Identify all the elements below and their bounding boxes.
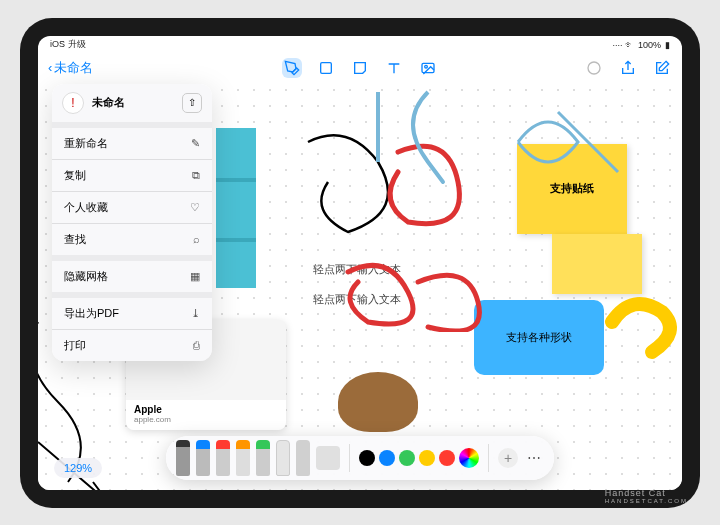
menu-item-export-pdf[interactable]: 导出为PDF⤓ — [52, 298, 212, 329]
svg-point-2 — [425, 65, 428, 68]
zoom-level-button[interactable]: 129% — [54, 458, 102, 478]
share-button[interactable] — [618, 58, 638, 78]
bamboo-image[interactable] — [216, 128, 256, 288]
menu-item-rename[interactable]: 重新命名✎ — [52, 128, 212, 159]
sticky-note-yellow-2[interactable] — [552, 234, 642, 294]
rounded-rect-shape[interactable]: 支持各种形状 — [474, 300, 604, 375]
grid-icon: ▦ — [190, 270, 200, 283]
media-tool-button[interactable] — [418, 58, 438, 78]
color-swatches — [359, 448, 479, 468]
copy-icon: ⧉ — [192, 169, 200, 182]
text-placeholder-1[interactable]: 轻点两下输入文本 — [313, 262, 401, 277]
search-icon: ⌕ — [193, 233, 200, 245]
pencil-tool[interactable] — [256, 440, 270, 476]
add-tool-button[interactable]: + — [498, 448, 518, 468]
status-bar: iOS 升级 ···· ᯤ 100% ▮ — [38, 36, 682, 54]
sticky-note-yellow[interactable]: 支持贴纸 — [517, 144, 627, 234]
menu-item-find[interactable]: 查找⌕ — [52, 224, 212, 255]
swatch-black[interactable] — [359, 450, 375, 466]
drawing-tool-tray: + ⋯ — [166, 436, 554, 480]
menu-item-favorite[interactable]: 个人收藏♡ — [52, 192, 212, 223]
swatch-yellow[interactable] — [419, 450, 435, 466]
pen-tool-button[interactable] — [282, 58, 302, 78]
svg-point-3 — [588, 62, 600, 74]
sticky-tool-button[interactable] — [350, 58, 370, 78]
link-domain: apple.com — [134, 415, 278, 424]
marker-tool[interactable] — [216, 440, 230, 476]
pencil-icon: ✎ — [191, 137, 200, 150]
watermark: Handset Cat HANDSETCAT.COM — [605, 488, 688, 504]
text-placeholder-2[interactable]: 轻点两下输入文本 — [313, 292, 401, 307]
print-icon: ⎙ — [193, 339, 200, 351]
swatch-blue[interactable] — [379, 450, 395, 466]
download-icon: ⤓ — [191, 307, 200, 320]
color-picker-button[interactable] — [459, 448, 479, 468]
pen-tool[interactable] — [176, 440, 190, 476]
crayon-tool[interactable] — [236, 440, 250, 476]
battery-indicator: 100% — [638, 40, 661, 50]
wifi-icon: ···· ᯤ — [612, 40, 634, 50]
lasso-tool[interactable] — [296, 440, 310, 476]
menu-item-print[interactable]: 打印⎙ — [52, 330, 212, 361]
more-options-button[interactable]: ⋯ — [524, 448, 544, 468]
document-title: 未命名 — [54, 59, 93, 77]
compose-button[interactable] — [652, 58, 672, 78]
board-avatar-icon: ! — [62, 92, 84, 114]
menu-title: 未命名 — [92, 95, 174, 110]
text-tool-button[interactable] — [384, 58, 404, 78]
dog-sticker[interactable] — [338, 372, 418, 432]
link-title: Apple — [134, 404, 278, 415]
ruler-tool[interactable] — [316, 446, 340, 470]
divider — [349, 444, 350, 472]
brush-tool[interactable] — [196, 440, 210, 476]
swatch-red[interactable] — [439, 450, 455, 466]
swatch-green[interactable] — [399, 450, 415, 466]
shape-tool-button[interactable] — [316, 58, 336, 78]
top-toolbar: ‹ 未命名 — [38, 54, 682, 82]
battery-icon: ▮ — [665, 40, 670, 50]
menu-item-hide-grid[interactable]: 隐藏网格▦ — [52, 261, 212, 292]
menu-item-duplicate[interactable]: 复制⧉ — [52, 160, 212, 191]
chevron-left-icon: ‹ — [48, 60, 52, 75]
heart-icon: ♡ — [190, 201, 200, 214]
back-button[interactable]: ‹ 未命名 — [48, 59, 93, 77]
undo-button[interactable] — [584, 58, 604, 78]
board-context-menu: ! 未命名 ⇧ 重新命名✎ 复制⧉ 个人收藏♡ 查找⌕ 隐藏网格▦ 导出为PDF… — [52, 84, 212, 361]
svg-rect-0 — [321, 62, 332, 73]
menu-share-button[interactable]: ⇧ — [182, 93, 202, 113]
status-left: iOS 升级 — [50, 38, 86, 51]
divider — [488, 444, 489, 472]
eraser-tool[interactable] — [276, 440, 290, 476]
